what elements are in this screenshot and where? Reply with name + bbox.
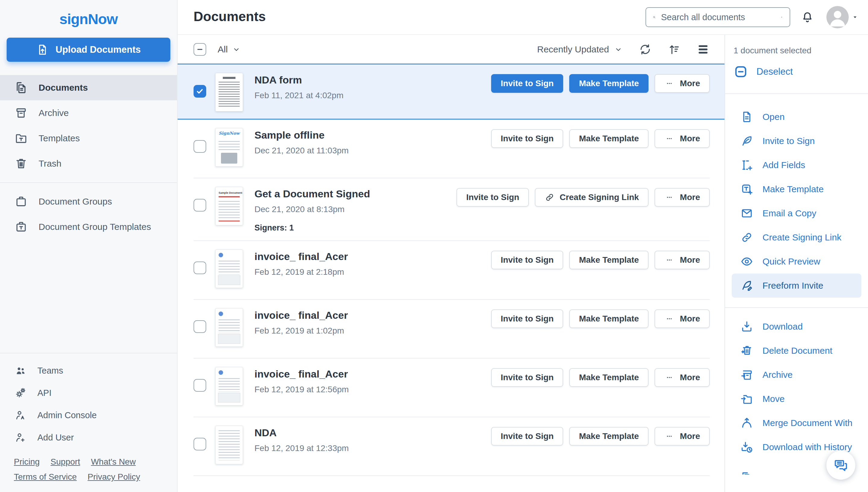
more-dots-icon: [664, 315, 675, 322]
invite-to-sign-button[interactable]: Invite to Sign: [491, 310, 563, 328]
templates-icon: [15, 132, 28, 145]
search-scope-caret-icon[interactable]: [780, 11, 783, 23]
panel-action-freeform-invite[interactable]: Freeform Invite: [732, 274, 861, 298]
document-row-nda-6[interactable]: NDAFeb 12, 2019 at 12:33pmInvite to Sign…: [178, 417, 725, 476]
panel-action-open[interactable]: Open: [725, 105, 868, 129]
sidebar-nav-secondary: Document GroupsDocument Group Templates: [0, 189, 177, 240]
panel-action-archive[interactable]: Archive: [725, 363, 868, 387]
avatar[interactable]: [826, 6, 849, 28]
sidebar: signNow Upload Documents DocumentsArchiv…: [0, 0, 178, 492]
panel-action-email-a-copy[interactable]: Email a Copy: [725, 201, 868, 225]
document-thumbnail[interactable]: [215, 308, 243, 347]
search-box[interactable]: [646, 7, 790, 27]
sidebar-item-document-group-templates[interactable]: Document Group Templates: [0, 214, 177, 240]
search-input[interactable]: [661, 13, 775, 22]
document-thumbnail[interactable]: [215, 426, 243, 464]
panel-action-label: Merge Document With: [763, 418, 852, 428]
footer-link-what-s-new[interactable]: What's New: [91, 457, 136, 467]
document-row-invoice-final-acer-3[interactable]: invoice_ final_AcerFeb 12, 2019 at 2:18p…: [178, 241, 725, 300]
panel-action-merge-document-with[interactable]: Merge Document With: [725, 411, 868, 435]
document-thumbnail[interactable]: Sample Document: [215, 187, 243, 225]
account-menu-caret-icon[interactable]: [851, 13, 859, 21]
invite-to-sign-button[interactable]: Invite to Sign: [491, 427, 563, 446]
notifications-bell-icon[interactable]: [800, 10, 814, 24]
panel-action-label: Move: [763, 394, 784, 404]
more-button[interactable]: More: [655, 251, 710, 269]
more-button[interactable]: More: [655, 74, 710, 93]
panel-action-make-template[interactable]: Make Template: [725, 177, 868, 201]
download-icon: [740, 320, 753, 333]
sidebar-item-templates[interactable]: Templates: [0, 126, 177, 151]
panel-action-invite-to-sign[interactable]: Invite to Sign: [725, 129, 868, 153]
make-template-button[interactable]: Make Template: [569, 251, 649, 269]
document-thumbnail[interactable]: [215, 73, 243, 112]
panel-action-move[interactable]: Move: [725, 387, 868, 411]
document-thumbnail[interactable]: [215, 367, 243, 405]
more-button[interactable]: More: [655, 368, 710, 387]
row-checkbox[interactable]: [193, 379, 206, 392]
invite-to-sign-button[interactable]: Invite to Sign: [491, 251, 563, 269]
more-button[interactable]: More: [655, 427, 710, 446]
document-row-get-a-document-signed-2[interactable]: Sample DocumentGet a Document SignedDec …: [178, 178, 725, 241]
panel-action-add-fields[interactable]: Add Fields: [725, 153, 868, 177]
sidebar-item-api[interactable]: API: [0, 382, 177, 404]
panel-action-create-signing-link[interactable]: Create Signing Link: [725, 225, 868, 249]
mail-icon: [740, 207, 753, 220]
button-label: Create Signing Link: [560, 193, 639, 202]
create-signing-link-button[interactable]: Create Signing Link: [535, 188, 649, 207]
footer-link-terms-of-service[interactable]: Terms of Service: [14, 472, 77, 482]
row-checkbox[interactable]: [193, 199, 206, 212]
row-checkbox[interactable]: [193, 262, 206, 274]
row-checkbox[interactable]: [193, 438, 206, 450]
row-checkbox[interactable]: [193, 140, 206, 153]
sidebar-item-teams[interactable]: Teams: [0, 360, 177, 382]
sort-order-icon[interactable]: [667, 43, 681, 56]
button-label: Make Template: [579, 314, 639, 324]
invite-to-sign-button[interactable]: Invite to Sign: [491, 368, 563, 387]
select-all-checkbox[interactable]: [193, 43, 206, 56]
more-button[interactable]: More: [655, 129, 710, 148]
filter-dropdown[interactable]: All: [218, 44, 241, 54]
button-label: Invite to Sign: [501, 79, 554, 88]
document-thumbnail[interactable]: SignNow: [215, 128, 243, 167]
sort-dropdown[interactable]: Recently Updated: [537, 44, 623, 54]
make-template-button[interactable]: Make Template: [569, 129, 649, 148]
make-template-button[interactable]: Make Template: [569, 427, 649, 446]
panel-action-delete-document[interactable]: Delete Document: [725, 339, 868, 363]
sidebar-item-admin-console[interactable]: Admin Console: [0, 404, 177, 426]
sidebar-item-document-groups[interactable]: Document Groups: [0, 189, 177, 214]
panel-action-quick-preview[interactable]: Quick Preview: [725, 249, 868, 274]
upload-documents-button[interactable]: Upload Documents: [7, 38, 170, 62]
sidebar-divider-bottom: [0, 353, 177, 353]
make-template-button[interactable]: Make Template: [569, 310, 649, 328]
refresh-icon[interactable]: [638, 43, 652, 56]
footer-link-pricing[interactable]: Pricing: [14, 457, 40, 467]
panel-action-download[interactable]: Download: [725, 315, 868, 339]
document-row-sample-offline-1[interactable]: SignNowSample offlineDec 21, 2020 at 11:…: [178, 120, 725, 178]
document-thumbnail[interactable]: [215, 249, 243, 288]
more-button[interactable]: More: [655, 310, 710, 328]
row-checkbox[interactable]: [193, 320, 206, 333]
invite-to-sign-button[interactable]: Invite to Sign: [491, 74, 563, 93]
document-row-nda-form-0[interactable]: NDA formFeb 11, 2021 at 4:02pmInvite to …: [178, 64, 725, 120]
sidebar-item-archive[interactable]: Archive: [0, 100, 177, 126]
invite-to-sign-button[interactable]: Invite to Sign: [456, 188, 529, 207]
sidebar-item-trash[interactable]: Trash: [0, 151, 177, 176]
document-row-invoice-final-acer-5[interactable]: invoice_ final_AcerFeb 12, 2019 at 12:56…: [178, 359, 725, 417]
sidebar-item-documents[interactable]: Documents: [0, 75, 177, 100]
make-template-button[interactable]: Make Template: [569, 74, 649, 93]
document-date: Feb 12, 2019 at 1:02pm: [255, 326, 348, 336]
row-checkbox[interactable]: [193, 85, 206, 98]
footer-link-privacy-policy[interactable]: Privacy Policy: [88, 472, 140, 482]
invite-to-sign-button[interactable]: Invite to Sign: [491, 129, 563, 148]
footer-link-support[interactable]: Support: [51, 457, 80, 467]
more-button[interactable]: More: [655, 188, 710, 207]
row-density-icon[interactable]: [697, 43, 710, 56]
button-label: More: [680, 193, 700, 202]
chat-fab[interactable]: [826, 451, 855, 479]
make-template-button[interactable]: Make Template: [569, 368, 649, 387]
sidebar-item-label: Trash: [39, 158, 62, 169]
document-row-invoice-final-acer-4[interactable]: invoice_ final_AcerFeb 12, 2019 at 1:02p…: [178, 300, 725, 359]
deselect-button[interactable]: Deselect: [733, 65, 868, 79]
sidebar-item-add-user[interactable]: Add User: [0, 426, 177, 449]
